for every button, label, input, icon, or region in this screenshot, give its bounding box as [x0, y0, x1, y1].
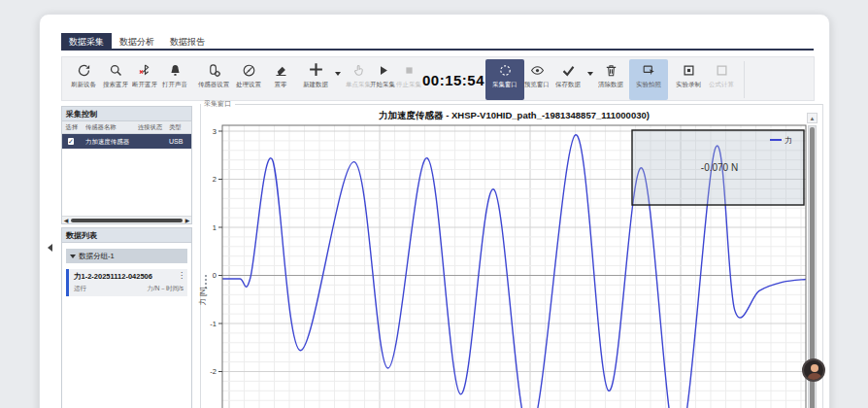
collect-timer: 00:15:54	[423, 57, 484, 102]
data-item-title: 力1-2-20251112-042506	[74, 272, 184, 282]
collect-window-button[interactable]: 采集窗口	[485, 59, 524, 100]
support-avatar-button[interactable]	[802, 358, 825, 382]
svg-text:3: 3	[213, 127, 217, 136]
disconnect-bluetooth-button[interactable]: 断开蓝牙	[128, 61, 161, 98]
experiment-capture-button[interactable]: 实验拍照	[629, 59, 668, 100]
col-sensor-name: 传感器名称	[85, 123, 133, 132]
stop-collect-button[interactable]: 停止采集	[392, 61, 425, 98]
sensor-row[interactable]: ✓ 力加速度传感器 USB	[62, 134, 191, 149]
collect-control-panel: 采集控制 选择 传感器名称 连接状态 类型 ✓ 力加速度传感器 USB ◀ ▶	[61, 106, 192, 224]
sound-button[interactable]: 打开声音	[158, 61, 191, 98]
check-icon	[551, 61, 584, 78]
data-item-axes: 力/N－时间/s	[147, 285, 184, 293]
app-window: 数据采集 数据分析 数据报告 刷新设备 搜索蓝牙 断开蓝牙 打开声音 传感器设置…	[39, 14, 830, 408]
tab-data-analysis[interactable]: 数据分析	[112, 33, 162, 49]
refresh-icon	[67, 61, 100, 78]
search-bluetooth-button[interactable]: 搜索蓝牙	[99, 61, 132, 98]
bluetooth-off-icon	[128, 61, 161, 78]
data-item-status: 运行	[74, 285, 86, 293]
scroll-right-arrow[interactable]: ▶	[184, 217, 191, 223]
data-item[interactable]: 力1-2-20251112-042506 运行 力/N－时间/s ⋮	[66, 269, 187, 296]
tab-bar: 数据采集 数据分析 数据报告	[61, 33, 814, 51]
col-type: 类型	[169, 123, 188, 132]
svg-text:力 [N]: 力 [N]	[198, 287, 207, 305]
clear-data-button[interactable]: 清除数据	[594, 61, 627, 98]
bell-icon	[158, 61, 191, 78]
scroll-up-arrow[interactable]: ▲	[807, 113, 818, 123]
data-list-title: 数据列表	[62, 228, 191, 243]
dashed-circle-icon	[485, 61, 524, 78]
plus-icon	[298, 61, 333, 78]
svg-text:0: 0	[213, 271, 217, 280]
new-data-dropdown-caret[interactable]	[335, 72, 341, 76]
svg-text:2: 2	[213, 175, 217, 184]
svg-text:-1: -1	[210, 320, 217, 328]
sensor-table-header: 选择 传感器名称 连接状态 类型	[62, 121, 191, 134]
zero-button[interactable]: 置零	[266, 61, 295, 98]
sensor-checkbox[interactable]: ✓	[68, 138, 74, 145]
compass-icon	[231, 61, 266, 78]
panel-collapse-handle[interactable]	[48, 244, 52, 252]
item-menu-icon[interactable]: ⋮	[178, 272, 185, 280]
eraser-icon	[266, 61, 295, 78]
tab-data-report[interactable]: 数据报告	[162, 33, 213, 49]
experiment-record-button[interactable]: 实验录制	[672, 61, 705, 98]
search-icon	[99, 61, 132, 78]
tab-data-collect[interactable]: 数据采集	[61, 33, 112, 49]
save-data-button[interactable]: 保存数据	[551, 61, 584, 98]
square-icon	[705, 61, 738, 78]
sensor-icon	[194, 61, 233, 78]
formula-calc-button[interactable]: 公式计算	[705, 61, 738, 98]
main-toolbar: 刷新设备 搜索蓝牙 断开蓝牙 打开声音 传感器设置 处理设置 置零	[61, 56, 815, 101]
save-data-dropdown-caret[interactable]	[587, 72, 593, 76]
collect-control-title: 采集控制	[62, 107, 191, 121]
data-group-header[interactable]: 数据分组-1	[66, 249, 187, 263]
refresh-device-button[interactable]: 刷新设备	[67, 61, 100, 98]
col-select: 选择	[62, 123, 83, 132]
svg-text:力: 力	[785, 136, 792, 145]
sensor-type: USB	[169, 138, 190, 145]
data-group-label: 数据分组-1	[79, 252, 115, 261]
sensor-settings-button[interactable]: 传感器设置	[194, 61, 233, 98]
eye-icon	[520, 61, 553, 78]
toolbar-divider	[744, 61, 745, 98]
sensor-table-hscrollbar[interactable]: ◀ ▶	[62, 216, 191, 223]
trash-icon	[594, 61, 627, 78]
svg-text:-0.070 N: -0.070 N	[701, 162, 738, 173]
col-conn-status: 连接状态	[138, 123, 166, 132]
chevron-down-icon	[70, 255, 76, 258]
record-screen-icon	[672, 61, 705, 78]
waveform-chart[interactable]: 力-0.070 N3210-1-2力 [N]	[195, 102, 830, 408]
hscroll-thumb[interactable]	[71, 219, 183, 222]
svg-text:-2: -2	[210, 367, 217, 376]
stop-icon	[392, 61, 425, 78]
data-list-panel: 数据列表 数据分组-1 力1-2-20251112-042506 运行 力/N－…	[61, 227, 192, 408]
svg-text:1: 1	[213, 223, 217, 232]
process-settings-button[interactable]: 处理设置	[231, 61, 266, 98]
preview-window-button[interactable]: 预览窗口	[520, 61, 553, 98]
snapshot-cursor-icon	[629, 61, 668, 78]
scroll-left-arrow[interactable]: ◀	[62, 217, 70, 223]
sensor-name: 力加速度传感器	[85, 137, 134, 146]
new-data-button[interactable]: 新建数据	[298, 61, 333, 98]
avatar-face	[811, 364, 818, 372]
